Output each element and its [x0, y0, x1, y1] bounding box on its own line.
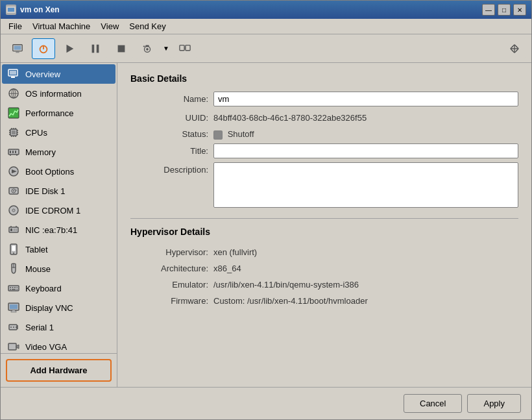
svg-rect-43	[15, 151, 16, 153]
close-button[interactable]: ✕	[513, 4, 526, 16]
hypervisor-value: xen (fullvirt)	[213, 245, 518, 257]
svg-rect-70	[17, 287, 18, 288]
svg-rect-27	[12, 130, 16, 134]
overview-icon	[7, 68, 20, 80]
svg-rect-10	[97, 44, 99, 53]
sidebar-item-performance[interactable]: Performance	[2, 103, 115, 123]
sidebar-label-memory: Memory	[25, 147, 56, 157]
svg-rect-66	[8, 286, 19, 291]
svg-rect-67	[10, 287, 11, 288]
sidebar-item-os-information[interactable]: OS information	[2, 84, 115, 103]
svg-rect-63	[12, 245, 16, 251]
main-content: Overview OS information	[1, 63, 531, 387]
sidebar-item-ide-cdrom1[interactable]: IDE CDROM 1	[2, 201, 115, 220]
firmware-label: Firmware:	[130, 293, 208, 306]
svg-rect-41	[10, 151, 11, 153]
hypervisor-details-form: Hypervisor: xen (fullvirt) Architecture:…	[130, 245, 518, 306]
sidebar-label-cpus: CPUs	[25, 128, 47, 138]
sidebar-label-display-vnc: Display VNC	[25, 303, 73, 313]
menu-send-key[interactable]: Send Key	[124, 20, 171, 32]
sidebar-item-cpus[interactable]: CPUs	[2, 123, 115, 142]
sidebar-label-keyboard: Keyboard	[25, 284, 62, 293]
performance-icon	[7, 106, 20, 119]
display-icon	[7, 301, 20, 314]
sidebar-label-video-vga: Video VGA	[25, 342, 67, 352]
sidebar-item-nic[interactable]: NIC :ea:7b:41	[2, 220, 115, 240]
add-hardware-button[interactable]: Add Hardware	[6, 359, 112, 382]
toolbar-resize-btn[interactable]	[503, 38, 526, 59]
sidebar-item-display-vnc[interactable]: Display VNC	[2, 298, 115, 317]
title-label: Title:	[130, 143, 208, 156]
toolbar-overview-btn[interactable]	[6, 38, 29, 59]
svg-point-81	[16, 327, 17, 328]
sidebar-label-serial1: Serial 1	[25, 323, 54, 332]
sidebar-label-ide-cdrom1: IDE CDROM 1	[25, 206, 80, 216]
svg-rect-17	[186, 45, 190, 50]
svg-rect-11	[118, 45, 125, 52]
firmware-value: Custom: /usr/lib/xen-4.11/boot/hvmloader	[213, 293, 518, 306]
bottom-bar: Cancel Apply	[1, 387, 531, 419]
emulator-label: Emulator:	[130, 277, 208, 290]
sidebar-label-boot-options: Boot Options	[25, 167, 74, 177]
sidebar-item-serial1[interactable]: Serial 1	[2, 317, 115, 337]
sidebar-label-mouse: Mouse	[25, 264, 51, 274]
svg-rect-1	[8, 8, 14, 12]
sidebar-label-nic: NIC :ea:7b:41	[25, 225, 77, 235]
toolbar-play-btn[interactable]	[58, 38, 81, 59]
svg-rect-57	[14, 229, 15, 231]
window-controls: — □ ✕	[482, 4, 526, 16]
serial-icon	[7, 321, 20, 334]
menu-file[interactable]: File	[3, 20, 27, 32]
basic-details-form: Name: UUID: 84bff403-68cb-46c1-8780-322a…	[130, 92, 518, 208]
svg-rect-68	[12, 287, 14, 288]
menu-view[interactable]: View	[95, 20, 124, 32]
toolbar-stop-btn[interactable]	[110, 38, 133, 59]
description-label: Description:	[130, 162, 208, 175]
sidebar-item-overview[interactable]: Overview	[2, 64, 115, 84]
svg-rect-42	[12, 151, 14, 153]
sidebar-item-keyboard[interactable]: Keyboard	[2, 278, 115, 298]
keyboard-icon	[7, 282, 20, 295]
svg-rect-20	[11, 77, 15, 78]
toolbar-dropdown-btn[interactable]: ▼	[162, 38, 171, 59]
svg-marker-8	[67, 44, 74, 53]
sidebar-item-memory[interactable]: Memory	[2, 142, 115, 162]
svg-rect-2	[9, 13, 13, 14]
status-label: Status:	[130, 127, 208, 139]
hypervisor-details-title: Hypervisor Details	[130, 227, 518, 237]
name-input[interactable]	[213, 92, 518, 106]
toolbar-migrate-btn[interactable]	[173, 38, 197, 59]
os-icon	[7, 87, 20, 100]
svg-rect-69	[14, 287, 16, 288]
status-text: Shutoff	[228, 129, 254, 139]
sidebar: Overview OS information	[1, 63, 117, 387]
sidebar-label-ide-disk1: IDE Disk 1	[25, 186, 65, 196]
window-icon	[6, 5, 16, 15]
svg-rect-92	[214, 131, 222, 139]
basic-details-title: Basic Details	[130, 73, 518, 84]
architecture-label: Architecture:	[130, 261, 208, 273]
maximize-button[interactable]: □	[498, 4, 511, 16]
description-input[interactable]	[213, 162, 518, 208]
sidebar-item-boot-options[interactable]: Boot Options	[2, 162, 115, 181]
apply-button[interactable]: Apply	[467, 394, 521, 413]
svg-rect-75	[10, 304, 18, 309]
minimize-button[interactable]: —	[482, 4, 495, 16]
sidebar-bottom: Add Hardware	[1, 353, 117, 387]
sidebar-item-tablet[interactable]: Tablet	[2, 240, 115, 259]
title-input[interactable]	[213, 143, 518, 158]
sidebar-item-video-vga[interactable]: Video VGA	[2, 337, 115, 353]
sidebar-item-mouse[interactable]: Mouse	[2, 259, 115, 278]
svg-point-54	[13, 210, 14, 211]
toolbar-snapshot-btn[interactable]	[136, 38, 159, 59]
svg-point-80	[13, 327, 14, 328]
menu-virtual-machine[interactable]: Virtual Machine	[27, 20, 95, 32]
architecture-value: x86_64	[213, 261, 518, 273]
cancel-button[interactable]: Cancel	[404, 394, 462, 413]
mouse-icon	[7, 262, 20, 275]
toolbar-pause-btn[interactable]	[84, 38, 107, 59]
boot-icon	[7, 165, 20, 178]
sidebar-item-ide-disk1[interactable]: IDE Disk 1	[2, 181, 115, 201]
toolbar-power-btn[interactable]	[32, 38, 55, 59]
video-icon	[7, 340, 20, 353]
